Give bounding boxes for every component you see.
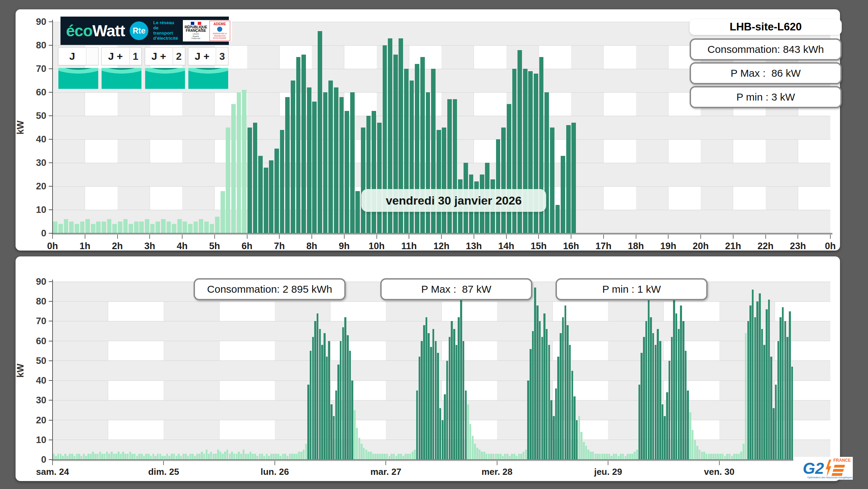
bar (349, 351, 351, 460)
bar (159, 454, 161, 460)
bar (236, 454, 237, 460)
bar (122, 452, 124, 460)
bar (620, 454, 622, 460)
bar (726, 454, 728, 460)
bar (217, 450, 219, 460)
bar (372, 454, 374, 460)
y-tick-label: 70 (36, 316, 46, 326)
bar (177, 219, 182, 233)
bar (696, 446, 698, 460)
bar (60, 454, 62, 460)
bar (204, 222, 209, 233)
bar (590, 452, 591, 460)
bar (550, 128, 554, 233)
bar (173, 454, 175, 460)
bar (747, 321, 749, 460)
rte-tagline: Le réseau de transport d'électricité (153, 20, 178, 41)
bar (384, 454, 385, 460)
daily-consumption-stat: Consommation: 843 kWh (690, 38, 842, 60)
bar (731, 456, 733, 460)
bar (638, 385, 640, 460)
weekly-pmin-stat: P min : 1 kW (556, 278, 708, 300)
bar (632, 454, 633, 460)
ecowatt-watt-text: Watt (92, 22, 125, 40)
bar (172, 224, 176, 233)
y-tick-label: 20 (36, 181, 46, 191)
bar (447, 99, 452, 233)
bar (525, 450, 527, 460)
bar (280, 130, 284, 233)
bar (269, 160, 273, 233)
bar (694, 440, 696, 460)
bar (206, 450, 207, 460)
bar (291, 81, 295, 233)
x-tick-label: 2h (112, 241, 123, 251)
bar (69, 454, 71, 460)
bar (243, 450, 244, 460)
bar (571, 371, 573, 460)
bar (303, 450, 305, 460)
bar (242, 90, 246, 233)
g2e-logo-icon: G2 FRANCE Optimisation des ressources én… (793, 457, 853, 480)
forecast-tile-j+3[interactable]: J +3 (188, 47, 228, 89)
bar (296, 57, 301, 233)
bar (129, 452, 131, 460)
bar (754, 317, 756, 460)
x-tick-label: 10h (368, 241, 385, 251)
rte-logo-icon: Rte (130, 21, 148, 40)
bar (372, 111, 376, 233)
bar (578, 416, 580, 460)
bar (330, 404, 332, 460)
x-tick-label: 21h (725, 241, 741, 251)
x-tick-label: mer. 28 (482, 467, 513, 477)
bar (381, 454, 383, 460)
bar (75, 224, 79, 233)
bar (194, 456, 196, 460)
y-tick-label: 0 (41, 454, 46, 465)
bar (118, 222, 122, 233)
bar (544, 92, 549, 233)
forecast-tile-j+1[interactable]: J +1 (101, 47, 142, 89)
bar (463, 341, 464, 460)
tile-label-right (86, 48, 99, 65)
bar (409, 454, 411, 460)
bar (673, 300, 675, 460)
bar (83, 454, 85, 460)
bar (648, 300, 650, 460)
bar (183, 222, 187, 233)
bar (361, 444, 362, 460)
tile-label-left: J (58, 48, 86, 65)
bar (541, 337, 543, 460)
bar (296, 454, 298, 460)
bar (708, 454, 710, 460)
bar (300, 452, 302, 460)
bar (263, 456, 265, 460)
bar (539, 321, 541, 460)
bar (423, 325, 425, 460)
bar (407, 454, 409, 460)
forecast-tile-j+2[interactable]: J +2 (145, 47, 185, 89)
bar (289, 454, 291, 460)
rf-motto: Liberté Égalité Fraternité (192, 33, 200, 40)
bar (166, 454, 168, 460)
forecast-tile-j[interactable]: J (58, 47, 99, 89)
x-tick-label: 23h (790, 241, 806, 251)
bar (650, 317, 652, 460)
bar (277, 454, 279, 460)
bar (118, 452, 119, 460)
bar (712, 454, 714, 460)
bar (507, 104, 511, 233)
bar (342, 327, 344, 460)
x-tick-label: 6h (242, 241, 253, 251)
bar (486, 454, 487, 460)
bar (351, 380, 353, 460)
y-tick-label: 70 (36, 64, 46, 74)
bar (124, 454, 126, 460)
bar (334, 87, 338, 233)
tile-label-right: 1 (129, 48, 142, 65)
bar (513, 454, 515, 460)
bar (324, 333, 325, 460)
bar (733, 454, 735, 460)
bar (610, 456, 612, 460)
daily-pmin-stat: P min : 3 kW (690, 86, 842, 108)
